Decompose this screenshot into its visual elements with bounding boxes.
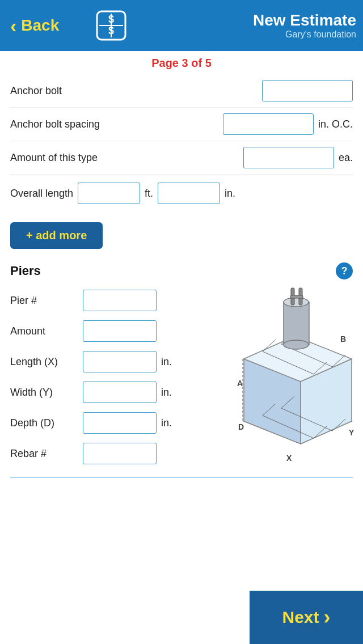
overall-length-in-unit: in. xyxy=(225,188,235,200)
header: ‹ Back $ $ New Estimate Gary's foundatio… xyxy=(0,0,363,51)
logo-icon: $ $ xyxy=(95,9,128,42)
piers-title: Piers xyxy=(10,264,331,278)
header-subtitle: Gary's foundation xyxy=(132,29,356,40)
back-label: Back xyxy=(21,16,59,35)
help-question-mark: ? xyxy=(341,265,348,277)
amount-type-label: Amount of this type xyxy=(10,152,239,164)
piers-length-label: Length (X) xyxy=(10,356,78,368)
anchor-bolt-spacing-input[interactable] xyxy=(223,113,314,135)
svg-point-23 xyxy=(284,340,309,349)
divider-line xyxy=(10,477,353,478)
back-button[interactable]: ‹ Back xyxy=(0,0,91,51)
overall-length-ft-input[interactable] xyxy=(78,183,140,204)
next-label: Next xyxy=(282,608,319,627)
overall-length-row: Overall length ft. in. xyxy=(10,175,353,212)
overall-length-in-input[interactable] xyxy=(158,183,220,204)
anchor-bolt-spacing-row: Anchor bolt spacing in. O.C. xyxy=(10,108,353,141)
piers-length-row: Length (X) in. xyxy=(10,346,211,377)
piers-diagram: A B D X Y xyxy=(221,285,363,472)
overall-length-label: Overall length xyxy=(10,188,73,200)
piers-amount-row: Amount xyxy=(10,316,211,346)
piers-width-input[interactable] xyxy=(83,382,157,403)
piers-depth-label: Depth (D) xyxy=(10,417,78,429)
amount-type-unit: ea. xyxy=(339,152,353,164)
piers-rebar-input[interactable] xyxy=(83,443,157,464)
piers-width-label: Width (Y) xyxy=(10,387,78,399)
pier-num-row: Pier # xyxy=(10,285,211,316)
svg-text:Y: Y xyxy=(349,428,354,437)
overall-length-ft-unit: ft. xyxy=(145,188,153,200)
piers-depth-row: Depth (D) in. xyxy=(10,408,211,438)
header-title: New Estimate xyxy=(132,11,356,29)
add-more-label: + add more xyxy=(26,229,87,242)
piers-help-icon[interactable]: ? xyxy=(336,262,353,279)
next-chevron-icon: › xyxy=(324,605,331,629)
piers-fields: Pier # Amount Length (X) in. Width (Y) i… xyxy=(0,285,221,472)
piers-header: Piers ? xyxy=(0,259,363,285)
page-indicator-text: Page 3 of 5 xyxy=(151,57,212,69)
svg-text:D: D xyxy=(238,422,244,431)
anchor-bolt-spacing-unit: in. O.C. xyxy=(318,118,353,130)
logo: $ $ xyxy=(91,9,132,42)
anchor-bolt-row: Anchor bolt xyxy=(10,74,353,108)
svg-text:X: X xyxy=(286,454,292,463)
form-section: Anchor bolt Anchor bolt spacing in. O.C.… xyxy=(0,74,363,212)
svg-rect-21 xyxy=(284,302,309,345)
back-chevron-icon: ‹ xyxy=(10,15,16,37)
piers-depth-unit: in. xyxy=(161,417,172,429)
piers-rebar-row: Rebar # xyxy=(10,438,211,469)
page-indicator: Page 3 of 5 xyxy=(0,51,363,74)
piers-width-row: Width (Y) in. xyxy=(10,377,211,408)
piers-form: Pier # Amount Length (X) in. Width (Y) i… xyxy=(0,285,363,472)
piers-amount-input[interactable] xyxy=(83,320,157,342)
svg-rect-26 xyxy=(290,295,303,298)
svg-text:B: B xyxy=(340,334,346,344)
header-title-block: New Estimate Gary's foundation xyxy=(132,11,363,40)
piers-length-unit: in. xyxy=(161,356,172,368)
pier-diagram-svg: A B D X Y xyxy=(227,285,357,472)
add-more-button[interactable]: + add more xyxy=(10,222,103,249)
piers-width-unit: in. xyxy=(161,387,172,399)
amount-type-row: Amount of this type ea. xyxy=(10,141,353,175)
amount-type-input[interactable] xyxy=(243,147,334,168)
pier-num-label: Pier # xyxy=(10,295,78,307)
piers-amount-label: Amount xyxy=(10,325,78,337)
pier-num-input[interactable] xyxy=(83,290,157,311)
piers-length-input[interactable] xyxy=(83,351,157,372)
svg-text:A: A xyxy=(237,379,243,388)
anchor-bolt-input[interactable] xyxy=(262,80,353,101)
anchor-bolt-label: Anchor bolt xyxy=(10,85,258,97)
piers-depth-input[interactable] xyxy=(83,412,157,434)
piers-rebar-label: Rebar # xyxy=(10,448,78,460)
svg-point-22 xyxy=(284,298,309,307)
next-button[interactable]: Next › xyxy=(250,591,363,644)
anchor-bolt-spacing-label: Anchor bolt spacing xyxy=(10,118,218,130)
